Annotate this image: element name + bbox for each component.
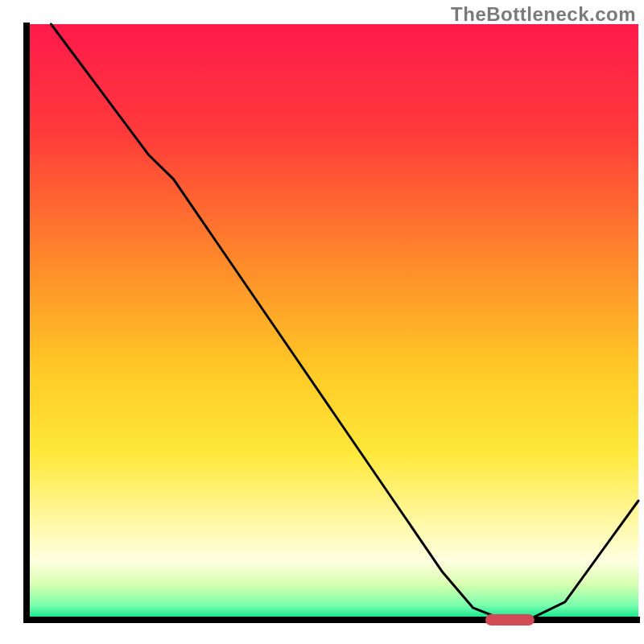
optimal-range-marker (485, 614, 535, 625)
bottleneck-chart: TheBottleneck.com (0, 0, 644, 644)
chart-svg (0, 0, 644, 644)
plot-area (23, 23, 640, 625)
watermark-label: TheBottleneck.com (451, 3, 636, 26)
